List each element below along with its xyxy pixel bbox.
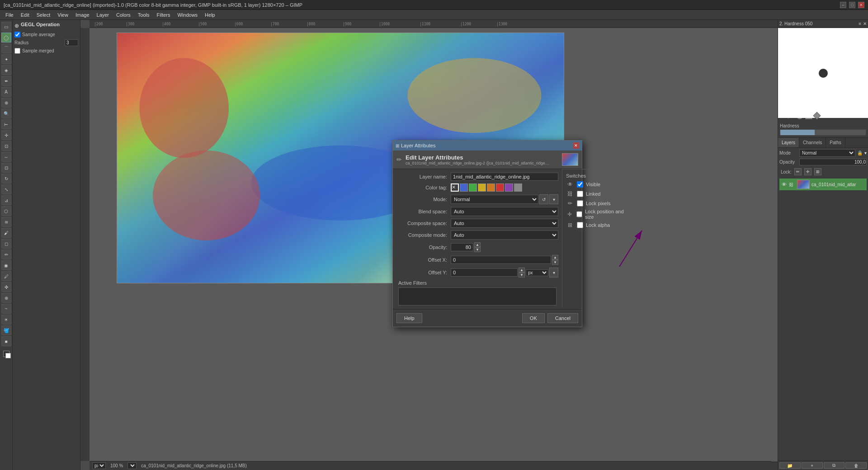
offset-x-input[interactable]: 0 — [451, 256, 551, 264]
tool-fuzzy-select[interactable]: ✦ — [1, 54, 11, 64]
tool-perspective[interactable]: ⬡ — [1, 206, 11, 216]
offset-x-up-btn[interactable]: ▲ — [552, 255, 558, 260]
tool-clone[interactable]: ⊕ — [1, 293, 11, 303]
tool-text[interactable]: A — [1, 87, 11, 97]
menu-select[interactable]: Select — [33, 11, 54, 19]
color-tag-orange[interactable] — [487, 183, 495, 192]
tool-move[interactable]: ✛ — [1, 130, 11, 140]
cancel-button[interactable]: Cancel — [547, 313, 578, 323]
opacity-up-btn[interactable]: ▲ — [474, 242, 481, 247]
dialog-close-button[interactable]: ✕ — [573, 142, 579, 149]
menu-tools[interactable]: Tools — [134, 11, 153, 19]
menu-filters[interactable]: Filters — [153, 11, 174, 19]
hardness-bar[interactable] — [780, 129, 866, 136]
lock-content-btn[interactable]: ✏ — [794, 168, 802, 175]
layer-visibility-icon[interactable]: 👁 — [781, 181, 787, 188]
brush-panel-icon2[interactable]: ✕ — [863, 21, 867, 26]
offset-y-up-btn[interactable]: ▲ — [519, 268, 525, 273]
delete-layer-btn[interactable]: 🗑 — [845, 462, 867, 469]
offset-x-down-btn[interactable]: ▼ — [552, 260, 558, 265]
tool-scale[interactable]: ⤡ — [1, 184, 11, 194]
tool-smudge[interactable]: ~ — [1, 304, 11, 314]
sample-average-check[interactable] — [14, 32, 20, 38]
offset-y-input[interactable]: 0 — [451, 268, 518, 277]
composite-mode-dropdown[interactable]: Auto — [451, 230, 558, 240]
tool-eraser[interactable]: ◻ — [1, 239, 11, 249]
tool-paths[interactable]: ✒ — [1, 76, 11, 86]
unit-more-btn[interactable]: ▾ — [549, 268, 558, 277]
tool-foreground-select[interactable]: ◈ — [1, 65, 11, 75]
color-tag-none[interactable]: ✕ — [451, 183, 459, 192]
opacity-field-input[interactable]: 80 — [451, 243, 473, 251]
color-tag-yellow[interactable] — [478, 183, 486, 192]
mode-dropdown[interactable]: Normal — [451, 195, 538, 204]
tab-channels[interactable]: Channels — [799, 138, 826, 147]
tool-zoom[interactable]: 🔍 — [1, 108, 11, 118]
tool-free-select[interactable]: ⌒ — [1, 43, 11, 53]
tool-paint-brush[interactable]: 🖌 — [1, 228, 11, 238]
tool-blend[interactable]: ■ — [1, 336, 11, 346]
foreground-background-colors[interactable] — [1, 349, 11, 359]
ok-button[interactable]: OK — [522, 313, 545, 323]
menu-file[interactable]: File — [2, 11, 17, 19]
menu-image[interactable]: Image — [72, 11, 93, 19]
tool-ellipse[interactable]: ◯ — [1, 33, 11, 42]
tool-measure[interactable]: ⊢ — [1, 119, 11, 129]
lock-position-checkbox[interactable] — [576, 211, 582, 217]
mode-reset-btn[interactable]: ↺ — [539, 194, 548, 204]
radius-input[interactable]: 3 — [65, 39, 78, 46]
lock-position-btn[interactable]: ✛ — [804, 168, 811, 175]
tool-color-picker[interactable]: ⊕ — [1, 98, 11, 108]
color-tag-purple[interactable] — [505, 183, 513, 192]
color-tag-green[interactable] — [469, 183, 477, 192]
mode-select[interactable]: Normal — [799, 149, 855, 157]
unit-dropdown[interactable]: px — [526, 269, 548, 276]
tool-rectangle[interactable]: ▭ — [1, 22, 11, 32]
unit-selector[interactable]: px — [92, 462, 106, 469]
dialog-titlebar[interactable]: ⊞ Layer Attributes ✕ — [393, 141, 582, 150]
minimize-button[interactable]: – — [840, 2, 846, 8]
help-button[interactable]: Help — [396, 313, 422, 323]
color-tag-blue[interactable] — [460, 183, 468, 192]
lock-pixels-checkbox[interactable] — [577, 200, 583, 207]
tab-layers[interactable]: Layers — [778, 138, 799, 147]
tool-align[interactable]: ⊡ — [1, 141, 11, 151]
new-layer-group-btn[interactable]: 📁 — [779, 462, 801, 469]
tool-pencil[interactable]: ✏ — [1, 249, 11, 259]
menu-view[interactable]: View — [54, 11, 72, 19]
tool-crop[interactable]: ⊡ — [1, 163, 11, 173]
color-tag-gray[interactable] — [514, 183, 522, 192]
tool-airbrush[interactable]: ◉ — [1, 260, 11, 270]
tool-shear[interactable]: ⊿ — [1, 195, 11, 205]
layer-name-input[interactable]: 1nid_mid_atlantic_ridge_online.jpg — [451, 173, 558, 181]
maximize-button[interactable]: □ — [849, 2, 855, 8]
mode-arrow-icon[interactable]: ▾ — [864, 150, 867, 155]
linked-checkbox[interactable] — [577, 191, 583, 197]
menu-edit[interactable]: Edit — [17, 11, 33, 19]
menu-colors[interactable]: Colors — [113, 11, 134, 19]
close-button[interactable]: ✕ — [858, 2, 864, 8]
offset-y-down-btn[interactable]: ▼ — [519, 273, 525, 277]
tool-bucket[interactable]: 🪣 — [1, 325, 11, 335]
tool-dodge[interactable]: ☀ — [1, 315, 11, 324]
blend-space-dropdown[interactable]: Auto — [451, 207, 558, 216]
zoom-selector[interactable]: ▾ — [127, 462, 137, 469]
tool-heal[interactable]: ✜ — [1, 282, 11, 292]
opacity-input[interactable]: 100,0 — [799, 159, 867, 165]
sample-merged-check[interactable] — [14, 48, 20, 54]
duplicate-layer-btn[interactable]: ⧉ — [824, 462, 845, 469]
composite-space-dropdown[interactable]: Auto — [451, 219, 558, 228]
tab-paths[interactable]: Paths — [826, 138, 845, 147]
color-tag-red[interactable] — [496, 183, 504, 192]
visible-checkbox[interactable] — [577, 181, 583, 188]
tool-rotate[interactable]: ↻ — [1, 174, 11, 183]
tool-ink[interactable]: 🖊 — [1, 271, 11, 281]
new-layer-btn[interactable]: + — [802, 462, 823, 469]
tool-warp[interactable]: ≋ — [1, 217, 11, 227]
opacity-down-btn[interactable]: ▼ — [474, 247, 481, 252]
menu-help[interactable]: Help — [201, 11, 219, 19]
tool-transform[interactable]: ↔ — [1, 152, 11, 162]
layer-item[interactable]: 👁 ⛓ ca_0101nid_mid_atlar — [779, 179, 867, 190]
menu-windows[interactable]: Windows — [174, 11, 201, 19]
lock-all-btn[interactable]: ⊞ — [814, 168, 821, 175]
